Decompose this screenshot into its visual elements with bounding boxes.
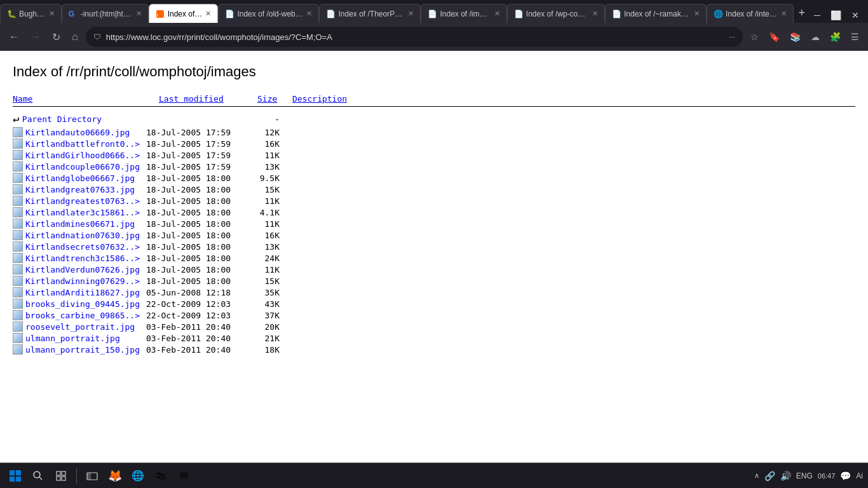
url-bar[interactable]: 🛡 https://www.loc.gov/rr/print/coll/womp… bbox=[86, 27, 743, 47]
forward-button[interactable]: → bbox=[27, 29, 44, 45]
list-item: Kirtlandgreatest0763..> 18-Jul-2005 18:0… bbox=[13, 195, 855, 207]
menu-icon[interactable]: ☰ bbox=[847, 29, 863, 44]
file-link[interactable]: brooks_diving_09445.jpg bbox=[25, 299, 140, 309]
tab-index-intern[interactable]: 🌐 Index of /intern... ✕ bbox=[707, 4, 794, 23]
tab-close-index-ramakrish[interactable]: ✕ bbox=[694, 10, 700, 18]
taskbar: 🦊 🌐 🛍 ✉ ∧ 🔗 🔊 ENG 06:47 💬 Ai bbox=[0, 463, 868, 488]
addons-icon[interactable]: 🧩 bbox=[826, 29, 844, 44]
taskbar-task-view-button[interactable] bbox=[51, 466, 71, 486]
tab-inurl[interactable]: G -inurl:(htm|html... ✕ bbox=[62, 4, 149, 23]
tab-close-index-rr[interactable]: ✕ bbox=[205, 10, 211, 18]
tab-index-images[interactable]: 📄 Index of /images ✕ bbox=[421, 4, 506, 23]
file-link[interactable]: KirtlandVerdun07626.jpg bbox=[25, 265, 140, 274]
file-link[interactable]: ulmann_portrait.jpg bbox=[25, 334, 120, 343]
file-link[interactable]: Kirtlandgreat07633.jpg bbox=[25, 185, 135, 194]
nav-bar: ← → ↻ ⌂ 🛡 https://www.loc.gov/rr/print/c… bbox=[0, 23, 868, 51]
sort-by-size-link[interactable]: Size bbox=[257, 94, 277, 104]
tab-bugheist[interactable]: 🐛 Bugheist ✕ bbox=[0, 4, 62, 23]
file-link[interactable]: Kirtlandnation07630.jpg bbox=[25, 231, 140, 240]
file-size: 16K bbox=[245, 139, 280, 149]
file-icon bbox=[13, 173, 23, 183]
restore-button[interactable]: ⬜ bbox=[827, 8, 845, 23]
taskbar-language[interactable]: ENG bbox=[796, 471, 813, 480]
bookmark-icon[interactable]: ☆ bbox=[747, 29, 763, 44]
back-button[interactable]: ← bbox=[5, 29, 23, 45]
file-modified: 18-Jul-2005 18:00 bbox=[146, 265, 245, 274]
taskbar-edge-button[interactable]: 🌐 bbox=[128, 466, 148, 486]
file-size: 15K bbox=[245, 276, 280, 286]
list-item: KirtlandVerdun07626.jpg 18-Jul-2005 18:0… bbox=[13, 264, 855, 275]
parent-dir-link[interactable]: Parent Directory bbox=[22, 114, 102, 124]
file-link[interactable]: Kirtlandsecrets07632..> bbox=[25, 242, 140, 252]
new-tab-button[interactable]: + bbox=[794, 6, 811, 20]
tab-close-index-images[interactable]: ✕ bbox=[494, 10, 500, 18]
taskbar-explorer-button[interactable] bbox=[82, 466, 102, 486]
url-more-icon[interactable]: ··· bbox=[729, 32, 735, 41]
taskbar-clock[interactable]: 06:47 bbox=[818, 472, 836, 480]
tab-close-index-theorphys[interactable]: ✕ bbox=[408, 10, 414, 18]
file-link[interactable]: KirtlandGirlhood0666..> bbox=[25, 151, 140, 160]
file-icon bbox=[13, 333, 23, 343]
file-link[interactable]: Kirtlandauto06669.jpg bbox=[25, 128, 130, 137]
file-modified: 18-Jul-2005 18:00 bbox=[146, 231, 245, 240]
taskbar-search-button[interactable] bbox=[28, 466, 48, 486]
tab-close-bugheist[interactable]: ✕ bbox=[49, 10, 55, 18]
tab-close-index-wp[interactable]: ✕ bbox=[592, 10, 598, 18]
file-link[interactable]: roosevelt_portrait.jpg bbox=[25, 322, 135, 332]
taskbar-volume-icon[interactable]: 🔊 bbox=[780, 471, 791, 481]
library-icon[interactable]: 📚 bbox=[786, 29, 804, 44]
refresh-button[interactable]: ↻ bbox=[48, 29, 64, 46]
taskbar-firefox-button[interactable]: 🦊 bbox=[105, 466, 125, 486]
taskbar-notification[interactable]: 💬 bbox=[840, 471, 851, 481]
tab-index-theorphys[interactable]: 📄 Index of /TheorPhys... ✕ bbox=[319, 4, 421, 23]
tab-title-index-theorphys: Index of /TheorPhys... bbox=[338, 10, 405, 18]
home-button[interactable]: ⌂ bbox=[68, 29, 82, 45]
header-size[interactable]: Size bbox=[257, 94, 292, 104]
file-icon bbox=[13, 139, 23, 149]
file-link[interactable]: Kirtlandmines06671.jpg bbox=[25, 219, 135, 229]
file-link[interactable]: ulmann_portrait_150.jpg bbox=[25, 345, 140, 355]
file-icon bbox=[13, 196, 23, 206]
tab-index-old[interactable]: 📄 Index of /old-webist... ✕ bbox=[218, 4, 319, 23]
svg-rect-9 bbox=[62, 471, 65, 475]
taskbar-store-button[interactable]: 🛍 bbox=[151, 466, 171, 486]
sync-icon[interactable]: ☁ bbox=[807, 29, 824, 44]
file-size: 43K bbox=[245, 299, 280, 309]
sort-by-modified-link[interactable]: Last modified bbox=[159, 94, 224, 104]
file-size: 21K bbox=[245, 334, 280, 343]
sort-by-desc-link[interactable]: Description bbox=[292, 94, 347, 104]
file-name-cell: ulmann_portrait.jpg bbox=[13, 333, 146, 343]
file-link[interactable]: Kirtlandcouple06670.jpg bbox=[25, 162, 140, 172]
file-link[interactable]: brooks_carbine_09865..> bbox=[25, 311, 140, 320]
tab-title-inurl: -inurl:(htm|html... bbox=[81, 10, 133, 18]
tab-close-index-old[interactable]: ✕ bbox=[306, 10, 312, 18]
tab-close-index-intern[interactable]: ✕ bbox=[781, 10, 787, 18]
header-name[interactable]: Name bbox=[13, 94, 159, 104]
pocket-icon[interactable]: 🔖 bbox=[765, 29, 783, 44]
svg-rect-8 bbox=[57, 471, 60, 475]
header-modified[interactable]: Last modified bbox=[159, 94, 257, 104]
file-link[interactable]: Kirtlandgreatest0763..> bbox=[25, 196, 140, 206]
taskbar-mail-button[interactable]: ✉ bbox=[173, 466, 194, 486]
list-item: Kirtlandgreat07633.jpg 18-Jul-2005 18:00… bbox=[13, 184, 855, 195]
tab-index-wp[interactable]: 📄 Index of /wp-conte... ✕ bbox=[507, 4, 605, 23]
file-link[interactable]: Kirtlandtrench3c1586..> bbox=[25, 254, 140, 263]
start-button[interactable] bbox=[5, 466, 25, 486]
file-link[interactable]: KirtlandArditi18627.jpg bbox=[25, 288, 140, 297]
tab-index-rr[interactable]: i Index of /rr/ ✕ bbox=[149, 4, 219, 23]
header-description[interactable]: Description bbox=[292, 94, 356, 104]
file-modified: 18-Jul-2005 17:59 bbox=[146, 128, 245, 137]
taskbar-separator bbox=[76, 468, 77, 484]
taskbar-network-icon[interactable]: 🔗 bbox=[764, 471, 775, 481]
file-link[interactable]: Kirtlandglobe06667.jpg bbox=[25, 173, 135, 183]
file-modified: 18-Jul-2005 17:59 bbox=[146, 162, 245, 172]
file-link[interactable]: Kirtlandbattlefront0..> bbox=[25, 139, 140, 149]
tab-close-inurl[interactable]: ✕ bbox=[136, 10, 142, 18]
file-link[interactable]: Kirtlandwinning07629..> bbox=[25, 276, 140, 286]
sort-by-name-link[interactable]: Name bbox=[13, 94, 32, 104]
taskbar-hidden-icons[interactable]: ∧ bbox=[754, 471, 759, 480]
close-window-button[interactable]: ✕ bbox=[848, 8, 863, 23]
minimize-button[interactable]: ─ bbox=[810, 8, 824, 23]
file-link[interactable]: Kirtlandlater3c15861..> bbox=[25, 208, 140, 217]
tab-index-ramakrish[interactable]: 📄 Index of /~ramakrish... ✕ bbox=[605, 4, 707, 23]
